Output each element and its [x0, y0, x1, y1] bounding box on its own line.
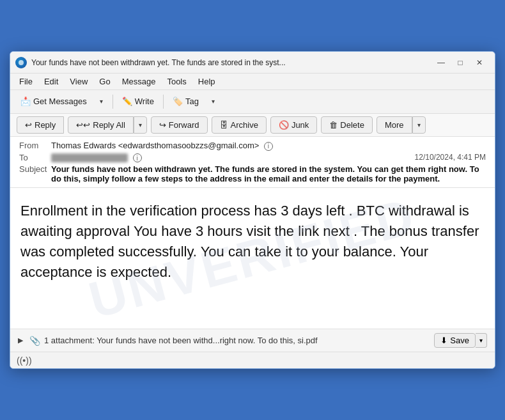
window-title: Your funds have not been withdrawn yet. …: [31, 58, 427, 67]
pencil-icon: ✏️: [122, 97, 132, 106]
reply-group: ↩ Reply: [17, 116, 64, 134]
subject-row: Subject Your funds have not been withdra…: [19, 164, 486, 183]
tag-icon: 🏷️: [173, 97, 183, 106]
menu-file[interactable]: File: [14, 75, 38, 88]
reply-button[interactable]: ↩ Reply: [17, 116, 64, 134]
attachment-description: 1 attachment: Your funds have not been w…: [44, 336, 430, 345]
status-bar: ((•)): [10, 352, 495, 368]
subject-value: Your funds have not been withdrawn yet. …: [51, 164, 486, 183]
email-body: UNVERIFIED Enrollment in the verificatio…: [10, 188, 495, 329]
toolbar-divider: [113, 95, 113, 109]
tag-button[interactable]: 🏷️ Tag: [167, 94, 204, 109]
menu-tools[interactable]: Tools: [162, 75, 191, 88]
from-info-icon[interactable]: i: [264, 142, 273, 151]
from-label: From: [19, 141, 51, 150]
menubar: File Edit View Go Message Tools Help: [10, 74, 495, 90]
more-label: More: [385, 120, 404, 130]
write-button[interactable]: ✏️ Write: [117, 94, 159, 109]
close-button[interactable]: ✕: [470, 56, 488, 69]
to-info-icon[interactable]: i: [133, 153, 142, 162]
reply-all-group: ↩↩ Reply All ▾: [68, 116, 147, 134]
reply-icon: ↩: [25, 120, 32, 130]
delete-label: Delete: [340, 120, 364, 130]
write-label: Write: [135, 97, 154, 106]
forward-button[interactable]: ↪ Forward: [151, 116, 208, 134]
attachment-bar: ▶ 📎 1 attachment: Your funds have not be…: [10, 329, 495, 352]
email-date: 12/10/2024, 4:41 PM: [415, 153, 486, 162]
expand-icon[interactable]: ▶: [18, 336, 23, 345]
toolbar-divider2: [163, 95, 164, 109]
reply-all-button[interactable]: ↩↩ Reply All: [68, 116, 134, 134]
more-dropdown[interactable]: ▾: [412, 116, 426, 134]
minimize-button[interactable]: —: [432, 56, 450, 69]
more-group: More ▾: [377, 116, 426, 134]
archive-button[interactable]: 🗄 Archive: [212, 116, 267, 134]
menu-edit[interactable]: Edit: [39, 75, 63, 88]
window-controls: — □ ✕: [432, 56, 488, 69]
main-toolbar: 📩 Get Messages ▾ ✏️ Write 🏷️ Tag ▾: [10, 90, 495, 114]
save-icon: ⬇: [440, 336, 447, 345]
subject-label: Subject: [19, 164, 51, 174]
title-bar: Your funds have not been withdrawn yet. …: [10, 52, 495, 74]
get-messages-label: Get Messages: [33, 97, 87, 106]
to-row: To i 12/10/2024, 4:41 PM: [19, 153, 486, 163]
reply-all-label: Reply All: [93, 120, 125, 130]
junk-label: Junk: [291, 120, 309, 130]
tag-label: Tag: [185, 97, 199, 106]
app-icon: [15, 57, 27, 68]
get-messages-button[interactable]: 📩 Get Messages: [15, 94, 92, 109]
save-label: Save: [450, 336, 469, 345]
save-button[interactable]: ⬇ Save: [434, 333, 476, 348]
from-email: <edwardsthomasoobzzs@gmail.com>: [118, 141, 260, 150]
from-name: Thomas Edwards: [51, 141, 116, 150]
delete-button[interactable]: 🗑 Delete: [321, 116, 373, 134]
menu-help[interactable]: Help: [193, 75, 221, 88]
envelope-icon: 📩: [20, 97, 31, 106]
tag-dropdown[interactable]: ▾: [206, 93, 221, 111]
from-row: From Thomas Edwards <edwardsthomasoobzzs…: [19, 141, 486, 151]
junk-button[interactable]: 🚫 Junk: [270, 116, 317, 134]
junk-icon: 🚫: [279, 120, 289, 130]
email-window: Your funds have not been withdrawn yet. …: [10, 51, 495, 369]
to-label: To: [19, 153, 51, 162]
action-bar: ↩ Reply ↩↩ Reply All ▾ ↪ Forward 🗄 Archi…: [10, 114, 495, 137]
forward-icon: ↪: [159, 120, 166, 130]
forward-label: Forward: [169, 120, 199, 130]
maximize-button[interactable]: □: [451, 56, 469, 69]
body-text: Enrollment in the verification process h…: [20, 201, 485, 283]
archive-label: Archive: [231, 120, 258, 130]
from-value: Thomas Edwards <edwardsthomasoobzzs@gmai…: [51, 141, 486, 151]
archive-icon: 🗄: [220, 120, 228, 130]
reply-all-dropdown[interactable]: ▾: [134, 116, 147, 134]
paperclip-icon: 📎: [29, 336, 40, 346]
menu-view[interactable]: View: [65, 75, 93, 88]
menu-message[interactable]: Message: [117, 75, 161, 88]
email-header: From Thomas Edwards <edwardsthomasoobzzs…: [10, 137, 495, 188]
save-group: ⬇ Save ▾: [434, 333, 487, 348]
to-value: i: [51, 153, 410, 163]
to-address-blurred: [51, 153, 128, 162]
save-dropdown[interactable]: ▾: [476, 333, 487, 348]
menu-go[interactable]: Go: [94, 75, 115, 88]
trash-icon: 🗑: [329, 120, 338, 130]
reply-all-icon: ↩↩: [76, 120, 90, 130]
reply-label: Reply: [35, 120, 56, 130]
connection-icon: ((•)): [17, 355, 32, 366]
get-messages-dropdown[interactable]: ▾: [95, 93, 109, 111]
more-button[interactable]: More: [377, 116, 412, 134]
